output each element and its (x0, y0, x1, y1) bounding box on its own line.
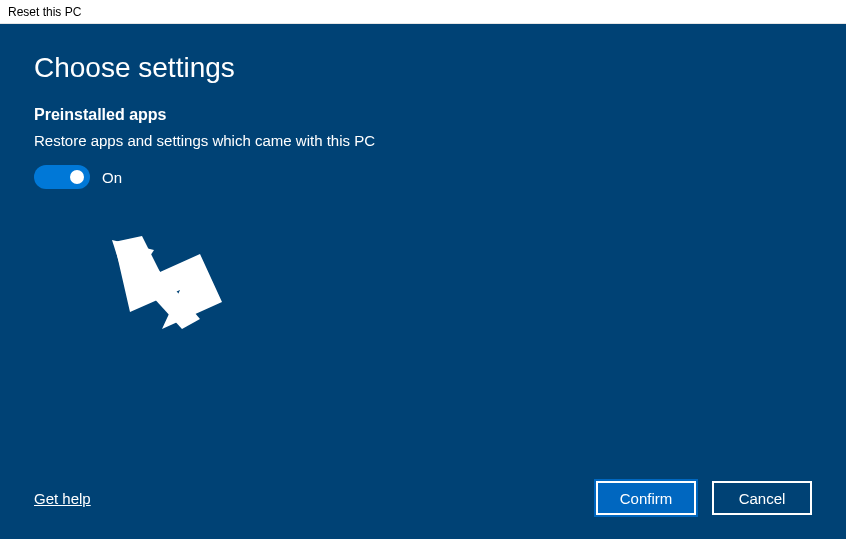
page-title: Choose settings (34, 52, 812, 84)
preinstalled-apps-toggle[interactable] (34, 165, 90, 189)
titlebar: Reset this PC (0, 0, 846, 24)
window-title: Reset this PC (8, 5, 81, 19)
svg-marker-1 (114, 242, 145, 278)
toggle-knob-icon (70, 170, 84, 184)
svg-marker-2 (112, 240, 154, 290)
get-help-link[interactable]: Get help (34, 490, 91, 507)
button-row: Confirm Cancel (596, 481, 812, 515)
content-area: Choose settings Preinstalled apps Restor… (0, 24, 846, 539)
cancel-button[interactable]: Cancel (712, 481, 812, 515)
annotation-arrow-icon (90, 224, 250, 364)
svg-marker-0 (114, 236, 222, 329)
preinstalled-apps-toggle-row: On (34, 165, 812, 189)
section-title-preinstalled: Preinstalled apps (34, 106, 812, 124)
footer: Get help Confirm Cancel (34, 465, 812, 515)
reset-pc-window: Reset this PC Choose settings Preinstall… (0, 0, 846, 539)
section-description-preinstalled: Restore apps and settings which came wit… (34, 130, 394, 151)
confirm-button[interactable]: Confirm (596, 481, 696, 515)
preinstalled-apps-toggle-label: On (102, 169, 122, 186)
preinstalled-apps-section: Preinstalled apps Restore apps and setti… (34, 106, 812, 189)
